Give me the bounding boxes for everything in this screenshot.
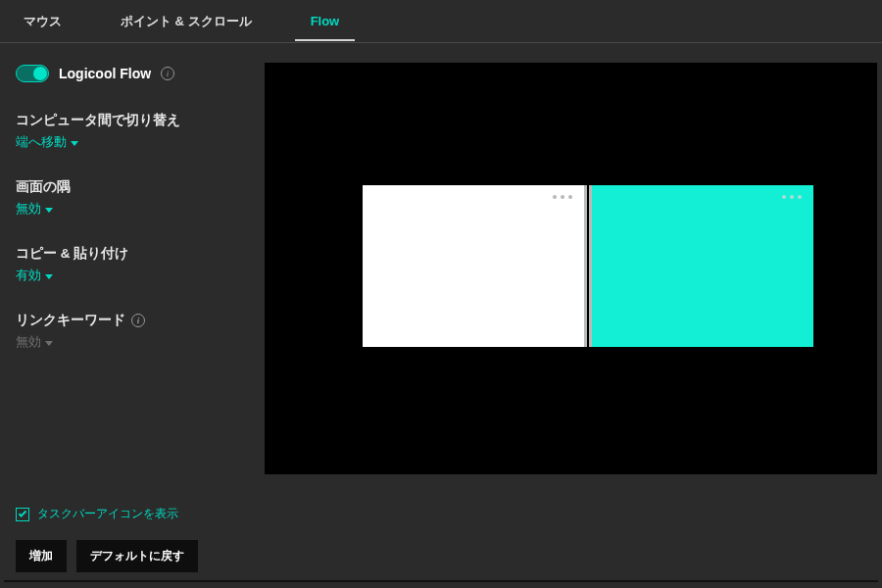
- option-value-text: 端へ移動: [16, 133, 67, 151]
- option-corner-dropdown[interactable]: 無効: [16, 200, 53, 218]
- option-link-keyword: リンクキーワード i 無効: [16, 312, 249, 351]
- option-label: リンクキーワード i: [16, 312, 249, 329]
- preview-wrap: [265, 43, 882, 588]
- footer-divider: [4, 580, 878, 582]
- chevron-down-icon: [45, 341, 53, 346]
- option-linkkeyword-dropdown: 無効: [16, 333, 53, 351]
- reset-defaults-button[interactable]: デフォルトに戻す: [76, 540, 198, 572]
- tab-flow[interactable]: Flow: [295, 2, 356, 40]
- chevron-down-icon: [45, 208, 53, 213]
- option-switch-computers: コンピュータ間で切り替え 端へ移動: [16, 112, 249, 151]
- option-value-text: 無効: [16, 333, 41, 351]
- checkbox[interactable]: [16, 508, 29, 521]
- chevron-down-icon: [45, 274, 53, 279]
- info-icon[interactable]: i: [161, 67, 174, 80]
- monitor-2[interactable]: [592, 185, 813, 347]
- chevron-down-icon: [71, 141, 78, 146]
- monitor-menu-icon[interactable]: [782, 195, 802, 199]
- info-icon[interactable]: i: [131, 314, 145, 327]
- monitors-layout[interactable]: [363, 185, 813, 347]
- tab-point-scroll[interactable]: ポイント & スクロール: [105, 1, 268, 42]
- option-copy-paste: コピー & 貼り付け 有効: [16, 245, 249, 284]
- taskbar-icon-checkbox-row[interactable]: タスクバーアイコンを表示: [16, 506, 249, 522]
- option-value-text: 有効: [16, 267, 41, 284]
- option-label: 画面の隅: [16, 178, 249, 196]
- add-button[interactable]: 増加: [16, 540, 67, 572]
- monitor-edge-gap: [584, 185, 592, 347]
- sidebar: Logicool Flow i コンピュータ間で切り替え 端へ移動 画面の隅 無…: [0, 43, 265, 588]
- option-label-text: リンクキーワード: [16, 312, 125, 329]
- flow-toggle-row: Logicool Flow i: [16, 65, 249, 82]
- monitor-1[interactable]: [363, 185, 584, 347]
- flow-toggle[interactable]: [16, 65, 49, 82]
- option-value-text: 無効: [16, 200, 41, 218]
- option-copypaste-dropdown[interactable]: 有効: [16, 267, 53, 284]
- option-switch-dropdown[interactable]: 端へ移動: [16, 133, 78, 151]
- checkmark-icon: [19, 509, 26, 516]
- taskbar-label: タスクバーアイコンを表示: [37, 506, 178, 522]
- button-row: 増加 デフォルトに戻す: [16, 540, 249, 572]
- option-screen-corner: 画面の隅 無効: [16, 178, 249, 218]
- tabs-bar: マウス ポイント & スクロール Flow: [0, 0, 882, 43]
- toggle-knob: [33, 67, 47, 80]
- flow-preview: [265, 63, 877, 474]
- option-label: コンピュータ間で切り替え: [16, 112, 249, 129]
- monitor-menu-icon[interactable]: [553, 195, 572, 199]
- option-label: コピー & 貼り付け: [16, 245, 249, 263]
- flow-title: Logicool Flow: [59, 66, 151, 81]
- tab-mouse[interactable]: マウス: [8, 1, 77, 42]
- content-area: Logicool Flow i コンピュータ間で切り替え 端へ移動 画面の隅 無…: [0, 43, 882, 588]
